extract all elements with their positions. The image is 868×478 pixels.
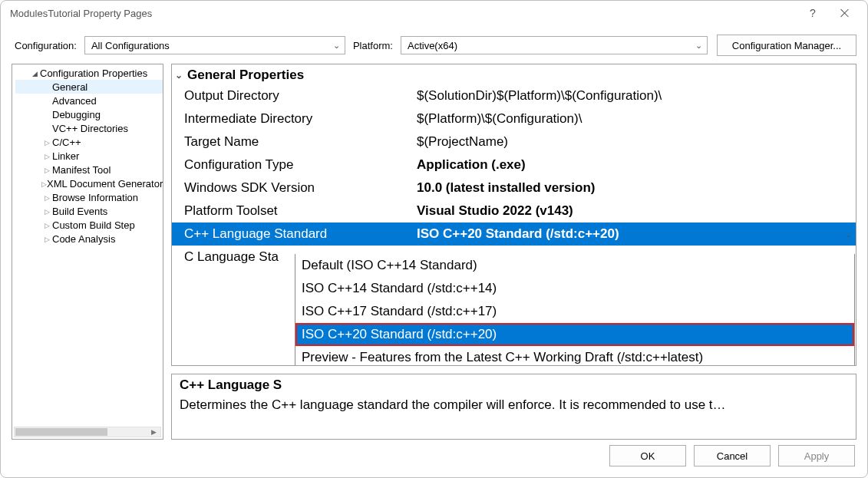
dialog-buttons: OK Cancel Apply bbox=[609, 445, 855, 466]
tree-item[interactable]: Code Analysis bbox=[15, 232, 163, 246]
grid-row-label: C++ Language Standard bbox=[172, 226, 414, 242]
grid-row-label: Output Directory bbox=[172, 88, 414, 104]
grid-row[interactable]: Output Directory$(SolutionDir)$(Platform… bbox=[172, 84, 856, 107]
grid-row[interactable]: Configuration TypeApplication (.exe) bbox=[172, 153, 856, 176]
tree-item[interactable]: Debugging bbox=[15, 107, 163, 121]
property-tree[interactable]: Configuration Properties GeneralAdvanced… bbox=[12, 64, 163, 440]
tree-item[interactable]: Build Events bbox=[15, 204, 163, 218]
tree-expander-icon[interactable] bbox=[41, 192, 52, 203]
close-button[interactable] bbox=[829, 2, 861, 24]
tree-item[interactable]: VC++ Directories bbox=[15, 121, 163, 135]
grid-row-value[interactable]: $(Platform)\$(Configuration)\ bbox=[414, 111, 856, 127]
dropdown-option[interactable]: Default (ISO C++14 Standard) bbox=[295, 254, 854, 277]
titlebar: ModulesTutorial Property Pages ? bbox=[1, 1, 867, 25]
grid-row-value[interactable]: ISO C++20 Standard (/std:c++20) bbox=[414, 226, 840, 242]
property-description: C++ Language S Determines the C++ langua… bbox=[171, 374, 856, 440]
tree-expander-icon[interactable] bbox=[41, 178, 47, 189]
grid-row-label: Intermediate Directory bbox=[172, 111, 414, 127]
tree-item-label: VC++ Directories bbox=[52, 123, 128, 134]
configuration-select[interactable]: All Configurations ⌄ bbox=[84, 36, 345, 54]
grid-row-label: Configuration Type bbox=[172, 157, 414, 173]
tree-expander-icon[interactable] bbox=[41, 219, 52, 230]
description-title: C++ Language S bbox=[180, 377, 848, 393]
tree-item-label: Build Events bbox=[52, 206, 107, 217]
tree-item-label: Debugging bbox=[52, 109, 101, 120]
tree-item-label: Linker bbox=[52, 150, 79, 162]
platform-label: Platform: bbox=[353, 40, 393, 51]
configuration-value: All Configurations bbox=[91, 40, 170, 51]
platform-value: Active(x64) bbox=[408, 40, 457, 51]
description-body: Determines the C++ language standard the… bbox=[180, 393, 848, 413]
grid-row-value[interactable]: Application (.exe) bbox=[414, 157, 856, 173]
grid-row-label: Platform Toolset bbox=[172, 203, 414, 219]
tree-inner: Configuration Properties GeneralAdvanced… bbox=[12, 64, 163, 253]
ok-button[interactable]: OK bbox=[609, 445, 686, 466]
property-pages-dialog: ModulesTutorial Property Pages ? Configu… bbox=[0, 0, 868, 478]
tree-item[interactable]: Advanced bbox=[15, 94, 163, 107]
tree-item-label: Manifest Tool bbox=[52, 164, 111, 176]
tree-item-label: Custom Build Step bbox=[52, 219, 135, 231]
tree-item[interactable]: Custom Build Step bbox=[15, 218, 163, 232]
grid-row[interactable]: Intermediate Directory$(Platform)\$(Conf… bbox=[172, 107, 856, 130]
dropdown-option[interactable]: ISO C++14 Standard (/std:c++14) bbox=[295, 277, 854, 300]
help-button[interactable]: ? bbox=[797, 2, 829, 24]
tree-expander-icon[interactable] bbox=[41, 233, 52, 244]
grid-row[interactable]: Target Name$(ProjectName) bbox=[172, 130, 856, 153]
grid-row-value[interactable]: 10.0 (latest installed version) bbox=[414, 180, 856, 196]
tree-item-label: C/C++ bbox=[52, 137, 81, 148]
config-bar: Configuration: All Configurations ⌄ Plat… bbox=[1, 25, 867, 64]
window-title: ModulesTutorial Property Pages bbox=[10, 8, 152, 19]
platform-select[interactable]: Active(x64) ⌄ bbox=[401, 36, 708, 54]
scrollbar-thumb[interactable] bbox=[15, 428, 107, 436]
right-pane: ⌄ General Properties Output Directory$(S… bbox=[171, 64, 856, 440]
tree-item[interactable]: Browse Information bbox=[15, 190, 163, 204]
grid-row-value[interactable]: Visual Studio 2022 (v143) bbox=[414, 203, 856, 219]
tree-item-label: Code Analysis bbox=[52, 233, 115, 245]
dropdown-option[interactable]: ISO C++17 Standard (/std:c++17) bbox=[295, 300, 854, 323]
chevron-down-icon: ⌄ bbox=[695, 41, 702, 51]
grid-row-value[interactable]: $(ProjectName) bbox=[414, 134, 856, 150]
configuration-label: Configuration: bbox=[15, 40, 77, 51]
tree-expander-icon[interactable] bbox=[29, 68, 40, 78]
dialog-body: Configuration Properties GeneralAdvanced… bbox=[1, 64, 867, 440]
chevron-down-icon: ⌄ bbox=[333, 41, 340, 51]
dropdown-option[interactable]: ISO C++20 Standard (/std:c++20) bbox=[295, 323, 854, 346]
tree-item[interactable]: Manifest Tool bbox=[15, 163, 163, 176]
tree-root-label: Configuration Properties bbox=[40, 68, 147, 79]
tree-item[interactable]: C/C++ bbox=[15, 135, 163, 149]
configuration-manager-button[interactable]: Configuration Manager... bbox=[717, 35, 856, 56]
tree-item[interactable]: General bbox=[15, 80, 163, 94]
tree-item-label: General bbox=[52, 81, 87, 93]
dropdown-button-icon[interactable]: ⌄ bbox=[840, 229, 856, 239]
tree-expander-icon[interactable] bbox=[41, 150, 52, 161]
tree-expander-icon[interactable] bbox=[41, 164, 52, 175]
grid-section-title: General Properties bbox=[187, 68, 304, 83]
tree-item-label: Advanced bbox=[52, 95, 97, 107]
language-standard-dropdown[interactable]: Default (ISO C++14 Standard)ISO C++14 St… bbox=[295, 254, 855, 366]
grid-row-value[interactable]: $(SolutionDir)$(Platform)\$(Configuratio… bbox=[414, 88, 856, 104]
tree-item[interactable]: Linker bbox=[15, 149, 163, 163]
tree-item-label: Browse Information bbox=[52, 192, 138, 203]
grid-row-label: Target Name bbox=[172, 134, 414, 150]
tree-item[interactable]: XML Document Generator bbox=[15, 176, 163, 190]
grid-section-header[interactable]: ⌄ General Properties bbox=[172, 64, 856, 84]
tree-item-label: XML Document Generator bbox=[47, 178, 163, 190]
cancel-button[interactable]: Cancel bbox=[694, 445, 771, 466]
apply-button[interactable]: Apply bbox=[778, 445, 855, 466]
tree-expander-icon[interactable] bbox=[41, 137, 52, 147]
tree-scrollbar[interactable]: ▶ bbox=[14, 427, 161, 437]
tree-expander-icon[interactable] bbox=[41, 206, 52, 216]
close-icon bbox=[840, 8, 850, 18]
property-grid[interactable]: ⌄ General Properties Output Directory$(S… bbox=[171, 64, 856, 366]
grid-row-label: Windows SDK Version bbox=[172, 180, 414, 196]
grid-row[interactable]: Windows SDK Version10.0 (latest installe… bbox=[172, 176, 856, 199]
scroll-right-icon[interactable]: ▶ bbox=[148, 427, 159, 437]
tree-root[interactable]: Configuration Properties bbox=[15, 66, 163, 80]
dropdown-option[interactable]: Preview - Features from the Latest C++ W… bbox=[295, 346, 854, 366]
chevron-down-icon: ⌄ bbox=[175, 70, 183, 81]
grid-row[interactable]: Platform ToolsetVisual Studio 2022 (v143… bbox=[172, 199, 856, 223]
grid-row[interactable]: C++ Language StandardISO C++20 Standard … bbox=[172, 223, 856, 246]
